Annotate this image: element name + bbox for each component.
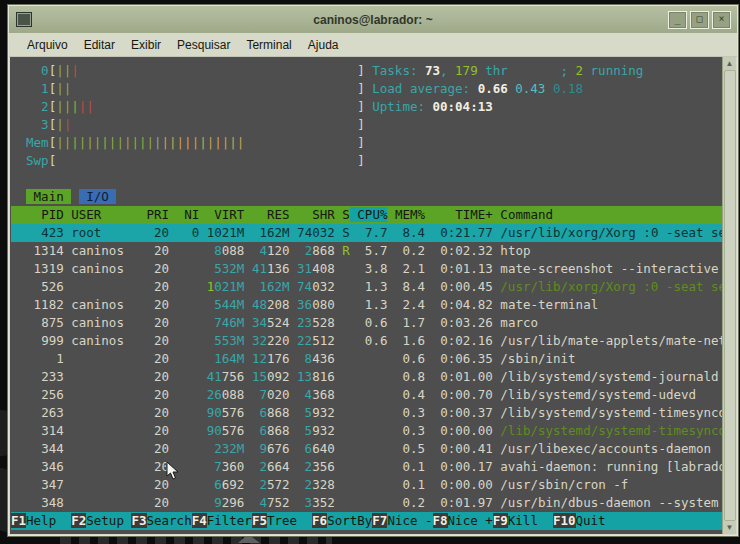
menu-bar: ArquivoEditarExibirPesquisarTerminalAjud… — [9, 33, 737, 57]
cpu-meter-1-label: 1 — [26, 81, 49, 96]
mem-meter: Mem[||||||||||||||||||||||||| ] — [11, 134, 723, 152]
fkey-f5-key[interactable]: F5 — [252, 513, 267, 528]
menu-item-pesquisar[interactable]: Pesquisar — [169, 38, 238, 52]
fkey-f4-label[interactable]: Filter — [207, 513, 252, 528]
load-average: Load average: 0.66 0.43 0.18 — [372, 81, 583, 96]
maximize-button[interactable]: □ — [690, 11, 709, 29]
screen-tabs: Main I/O — [11, 188, 723, 206]
col-header-cmd[interactable]: Command — [500, 207, 553, 222]
fkey-f10-key[interactable]: F10 — [553, 513, 576, 528]
cpu-meter-2-label: 2 — [26, 99, 49, 114]
process-row-1314[interactable]: 1314 caninos 20 8088 4120 2868 R 5.7 0.2… — [11, 242, 723, 260]
col-header-pri[interactable]: PRI — [147, 207, 170, 222]
blank-line — [11, 170, 723, 188]
function-key-bar: F1Help F2Setup F3SearchF4FilterF5Tree F6… — [11, 512, 723, 530]
fkey-f3-label[interactable]: Search — [147, 513, 192, 528]
col-header-pid[interactable]: PID — [26, 207, 64, 222]
process-row-233[interactable]: 233 20 41756 15092 13816 0.8 0:01.00 /li… — [11, 368, 723, 386]
cpu-meter-0-label: 0 — [26, 63, 49, 78]
cpu-meter-1: 1[|| ] Load average: 0.66 0.43 0.18 — [11, 80, 723, 98]
terminal-viewport: 0[||| ] Tasks: 73, 179 thr ; 2 running 1… — [10, 57, 736, 534]
fkey-f3-key[interactable]: F3 — [131, 513, 146, 528]
cpu-meter-2: 2[||||| ] Uptime: 00:04:13 — [11, 98, 723, 116]
fkey-f2-label[interactable]: Setup — [86, 513, 131, 528]
process-row-526[interactable]: 526 20 1021M 162M 74032 1.3 8.4 0:00.45 … — [11, 278, 723, 296]
process-row-344[interactable]: 344 20 232M 9676 6640 0.5 0:00.41 /usr/l… — [11, 440, 723, 458]
process-row-1[interactable]: 1 20 164M 12176 8436 0.6 0:06.35 /sbin/i… — [11, 350, 723, 368]
fkey-f7-label[interactable]: Nice - — [387, 513, 432, 528]
fkey-f5-label[interactable]: Tree — [267, 513, 312, 528]
process-row-875[interactable]: 875 caninos 20 746M 34524 23528 0.6 1.7 … — [11, 314, 723, 332]
col-header-cpu[interactable]: CPU% — [357, 207, 387, 222]
scrollbar[interactable]: ▲ ▼ — [722, 57, 736, 534]
fkey-f9-label[interactable]: Kill — [508, 513, 553, 528]
tasks-summary: Tasks: 73, 179 thr ; 2 running — [372, 63, 643, 78]
desktop: { "window": { "title": "caninos@labrador… — [0, 0, 740, 544]
mem-meter-label: Mem — [26, 135, 49, 150]
process-row-348[interactable]: 348 20 9296 4752 3352 0.2 0:01.97 /usr/b… — [11, 494, 723, 512]
scrollbar-thumb[interactable] — [724, 70, 736, 521]
fkey-f8-label[interactable]: Nice + — [448, 513, 493, 528]
menu-item-exibir[interactable]: Exibir — [123, 38, 169, 52]
menu-item-ajuda[interactable]: Ajuda — [300, 38, 347, 52]
process-row-1182[interactable]: 1182 caninos 20 544M 48208 36080 1.3 2.4… — [11, 296, 723, 314]
fkey-f6-key[interactable]: F6 — [312, 513, 327, 528]
fkey-f10-label[interactable]: Quit — [576, 513, 621, 528]
window-controls: _□× — [668, 11, 731, 29]
mouse-cursor-icon — [166, 461, 180, 481]
cpu-meter-3-label: 3 — [26, 117, 49, 132]
process-row-263[interactable]: 263 20 90576 6868 5932 0.3 0:00.37 /lib/… — [11, 404, 723, 422]
cpu-meter-3: 3[|| ] — [11, 116, 723, 134]
col-header-shr[interactable]: SHR — [297, 207, 335, 222]
process-row-346[interactable]: 346 20 7360 2664 2356 0.1 0:00.17 avahi-… — [11, 458, 723, 476]
minimize-button[interactable]: _ — [668, 11, 687, 29]
process-row-256[interactable]: 256 20 26088 7020 4368 0.4 0:00.70 /lib/… — [11, 386, 723, 404]
swp-meter: Swp[ ] — [11, 152, 723, 170]
swp-meter-label: Swp — [26, 153, 49, 168]
menu-item-arquivo[interactable]: Arquivo — [19, 38, 76, 52]
table-header: PID USER PRI NI VIRT RES SHR S CPU% MEM%… — [11, 206, 723, 224]
fkey-f9-key[interactable]: F9 — [493, 513, 508, 528]
fkey-f1-key[interactable]: F1 — [11, 513, 26, 528]
menu-item-editar[interactable]: Editar — [76, 38, 123, 52]
fkey-f7-key[interactable]: F7 — [372, 513, 387, 528]
fkey-f2-key[interactable]: F2 — [71, 513, 86, 528]
col-header-s[interactable]: S — [342, 207, 350, 222]
col-header-mem[interactable]: MEM% — [395, 207, 425, 222]
scroll-down-arrow-icon[interactable]: ▼ — [723, 521, 736, 534]
menu-item-terminal[interactable]: Terminal — [238, 38, 299, 52]
cpu-meter-0: 0[||| ] Tasks: 73, 179 thr ; 2 running — [11, 62, 723, 80]
process-row-1319[interactable]: 1319 caninos 20 532M 41136 31408 3.8 2.1… — [11, 260, 723, 278]
col-header-virt[interactable]: VIRT — [207, 207, 245, 222]
col-header-user[interactable]: USER — [71, 207, 139, 222]
terminal-window: caninos@labrador: ~ _□× ArquivoEditarExi… — [8, 5, 738, 536]
terminal-screen: 0[||| ] Tasks: 73, 179 thr ; 2 running 1… — [11, 57, 723, 539]
process-row-347[interactable]: 347 20 6692 2572 2328 0.1 0:00.00 /usr/s… — [11, 476, 723, 494]
process-row-423[interactable]: 423 root 20 0 1021M 162M 74032 S 7.7 8.4… — [11, 224, 723, 242]
window-title: caninos@labrador: ~ — [9, 13, 737, 27]
uptime: Uptime: 00:04:13 — [372, 99, 492, 114]
col-header-time[interactable]: TIME+ — [433, 207, 493, 222]
close-button[interactable]: × — [712, 11, 731, 29]
tab-io[interactable]: I/O — [79, 189, 117, 204]
process-row-999[interactable]: 999 caninos 20 553M 32220 22512 0.6 1.6 … — [11, 332, 723, 350]
col-header-ni[interactable]: NI — [177, 207, 200, 222]
window-titlebar[interactable]: caninos@labrador: ~ _□× — [9, 6, 737, 33]
fkey-f1-label[interactable]: Help — [26, 513, 71, 528]
fkey-f4-key[interactable]: F4 — [192, 513, 207, 528]
scroll-up-arrow-icon[interactable]: ▲ — [723, 57, 736, 70]
fkey-f8-key[interactable]: F8 — [433, 513, 448, 528]
fkey-f6-label[interactable]: SortBy — [327, 513, 372, 528]
col-header-res[interactable]: RES — [252, 207, 290, 222]
tab-main[interactable]: Main — [26, 189, 71, 204]
process-row-314[interactable]: 314 20 90576 6868 5932 0.3 0:00.00 /lib/… — [11, 422, 723, 440]
